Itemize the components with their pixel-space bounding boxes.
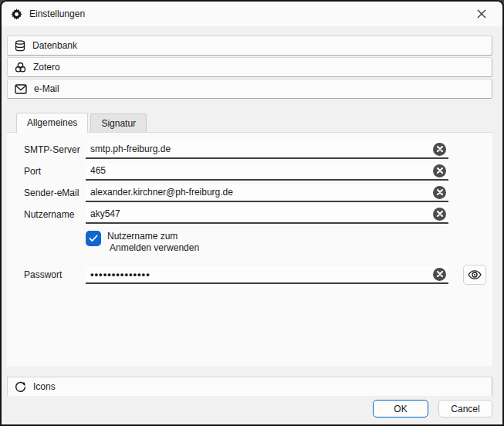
clear-icon <box>437 167 443 174</box>
clear-icon <box>437 211 443 217</box>
section-label-icons: Icons <box>33 381 56 392</box>
email-tab-bar: Allgemeines Signatur <box>16 113 492 132</box>
smtp-server-field <box>86 141 448 159</box>
section-label-datenbank: Datenbank <box>32 40 77 51</box>
sender-email-field <box>86 184 448 202</box>
passwort-field <box>86 266 448 284</box>
smtp-server-row: SMTP-Server <box>24 139 486 161</box>
section-label-email: e-Mail <box>34 83 59 94</box>
smtp-server-label: SMTP-Server <box>24 144 86 155</box>
port-clear-button[interactable] <box>433 164 446 178</box>
gear-icon <box>11 8 22 20</box>
tab-allgemeines-label: Allgemeines <box>27 117 77 128</box>
show-password-button[interactable] <box>463 265 486 285</box>
zotero-icon <box>15 62 26 73</box>
smtp-server-clear-button[interactable] <box>433 143 446 156</box>
nutzername-field <box>86 206 448 224</box>
port-row: Port <box>24 161 486 182</box>
dialog-body: Datenbank Zotero e-Mail <box>2 26 502 396</box>
nutzername-label: Nutzername <box>24 209 86 220</box>
passwort-label: Passwort <box>24 269 86 280</box>
nutzername-row: Nutzername <box>24 204 486 225</box>
sender-email-label: Sender-eMail <box>24 188 86 198</box>
sender-email-row: Sender-eMail <box>24 182 486 204</box>
port-input[interactable] <box>90 165 430 176</box>
titlebar: Einstellungen <box>2 2 502 26</box>
section-header-icons[interactable]: Icons <box>7 377 492 396</box>
clear-icon <box>437 189 443 195</box>
tab-signatur[interactable]: Signatur <box>90 113 147 132</box>
mail-icon <box>15 84 27 94</box>
email-settings-panel: SMTP-Server Port <box>7 132 492 367</box>
cancel-button[interactable]: Cancel <box>438 400 492 418</box>
section-header-zotero[interactable]: Zotero <box>7 57 492 77</box>
tab-signatur-label: Signatur <box>101 118 136 129</box>
passwort-input[interactable] <box>90 269 430 280</box>
use-username-checkbox[interactable] <box>86 231 101 246</box>
dialog-footer: OK Cancel <box>2 396 502 424</box>
sender-email-clear-button[interactable] <box>433 186 446 199</box>
close-icon <box>477 9 486 19</box>
section-label-zotero: Zotero <box>33 62 60 73</box>
nutzername-clear-button[interactable] <box>433 208 446 221</box>
login-checkbox-row: Nutzername zum Anmelden verwenden <box>86 231 486 254</box>
refresh-icon <box>15 381 26 393</box>
port-field <box>86 163 448 181</box>
sender-email-input[interactable] <box>90 187 430 198</box>
settings-dialog: Einstellungen Datenbank <box>0 0 504 426</box>
passwort-clear-button[interactable] <box>433 268 446 281</box>
use-username-checkbox-label: Nutzername zum Anmelden verwenden <box>107 231 199 254</box>
section-header-email[interactable]: e-Mail <box>7 79 492 99</box>
port-label: Port <box>24 166 86 177</box>
section-header-datenbank[interactable]: Datenbank <box>7 36 492 56</box>
passwort-trailing <box>448 265 486 285</box>
clear-icon <box>437 271 443 277</box>
dialog-title: Einstellungen <box>29 8 85 19</box>
ok-button[interactable]: OK <box>373 400 428 418</box>
nutzername-input[interactable] <box>90 208 430 219</box>
eye-icon <box>468 270 482 279</box>
close-button[interactable] <box>467 3 496 25</box>
passwort-row: Passwort <box>24 264 486 286</box>
smtp-server-input[interactable] <box>90 144 430 154</box>
clear-icon <box>437 146 443 152</box>
tab-allgemeines[interactable]: Allgemeines <box>16 113 88 133</box>
checkmark-icon <box>89 235 98 242</box>
database-icon <box>15 40 25 52</box>
